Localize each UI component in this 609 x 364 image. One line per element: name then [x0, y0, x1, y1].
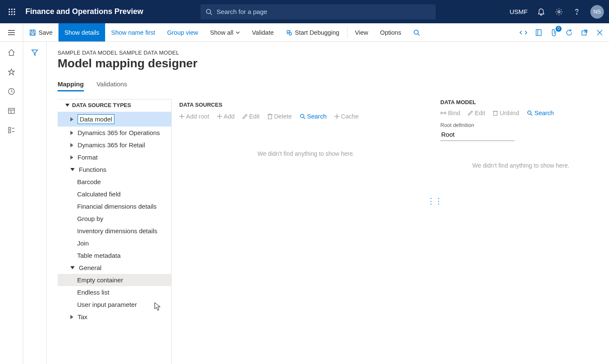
tree-label: Group by	[77, 215, 103, 222]
tab-mapping[interactable]: Mapping	[58, 80, 84, 91]
svg-point-20	[289, 33, 292, 35]
office-icon[interactable]	[534, 28, 543, 37]
close-icon[interactable]	[595, 28, 604, 37]
hamburger-icon[interactable]	[0, 23, 23, 41]
start-debugging-button[interactable]: Start Debugging	[280, 23, 345, 41]
find-button[interactable]	[407, 23, 426, 41]
tree-item-join[interactable]: Join	[58, 237, 171, 249]
root-definition-label: Root definition	[440, 122, 601, 128]
cache-button[interactable]: Cache	[334, 113, 359, 120]
svg-point-0	[8, 8, 10, 10]
svg-rect-33	[8, 131, 11, 133]
show-name-first-button[interactable]: Show name first	[105, 23, 161, 41]
data-sources-empty: We didn't find anything to show here.	[179, 150, 433, 157]
delete-button[interactable]: Delete	[267, 113, 292, 120]
tree-label: Endless list	[77, 289, 109, 296]
validate-button[interactable]: Validate	[246, 23, 279, 41]
waffle-icon[interactable]	[5, 5, 19, 19]
collapse-icon	[70, 266, 75, 269]
edit-button[interactable]: Edit	[468, 110, 485, 116]
show-details-button[interactable]: Show details	[58, 23, 105, 41]
svg-rect-40	[268, 115, 272, 119]
avatar[interactable]: NS	[590, 5, 604, 19]
tree-item-calc-field[interactable]: Calculated field	[58, 188, 171, 200]
search-label: Search	[307, 113, 327, 120]
tree-item-data-model[interactable]: Data model	[58, 112, 171, 127]
refresh-icon[interactable]	[565, 28, 573, 37]
tree-item-fin-dim[interactable]: Financial dimensions details	[58, 200, 171, 212]
save-button[interactable]: Save	[23, 23, 58, 41]
show-all-label: Show all	[210, 29, 234, 36]
save-icon	[29, 29, 36, 36]
tree-item-group-by[interactable]: Group by	[58, 212, 171, 225]
bell-icon[interactable]	[537, 8, 545, 16]
svg-point-21	[414, 30, 418, 34]
page-title: Model mapping designer	[58, 57, 609, 70]
tabs: Mapping Validations	[58, 80, 609, 91]
search-button[interactable]: Search	[300, 113, 327, 120]
home-icon[interactable]	[7, 48, 16, 57]
svg-rect-23	[536, 30, 541, 36]
recent-icon[interactable]	[7, 87, 16, 96]
link-icon[interactable]	[519, 28, 528, 37]
tree-label: Dynamics 365 for Retail	[78, 141, 145, 149]
tree-item-endless-list[interactable]: Endless list	[58, 286, 171, 298]
dm-search-button[interactable]: Search	[527, 110, 554, 116]
ds-types-header[interactable]: DATA SOURCE TYPES	[58, 99, 171, 112]
edit-button[interactable]: Edit	[242, 113, 260, 120]
company-code[interactable]: USMF	[510, 8, 528, 15]
tree-item-empty-container[interactable]: Empty container	[58, 274, 171, 286]
search-icon	[206, 8, 212, 15]
bind-button[interactable]: Bind	[440, 110, 460, 116]
modules-icon[interactable]	[7, 126, 16, 135]
gear-icon[interactable]	[555, 8, 563, 16]
show-all-dropdown[interactable]: Show all	[204, 23, 246, 41]
unbind-button[interactable]: Unbind	[493, 110, 519, 116]
svg-rect-17	[31, 30, 34, 32]
svg-rect-47	[494, 111, 497, 116]
edit-label: Edit	[249, 113, 260, 120]
filter-icon[interactable]	[30, 48, 39, 57]
svg-rect-18	[31, 33, 34, 35]
edit-label: Edit	[475, 110, 485, 116]
tree-item-d365-retail[interactable]: Dynamics 365 for Retail	[58, 139, 171, 151]
add-button[interactable]: Add	[217, 113, 235, 120]
debug-icon	[286, 29, 292, 36]
tree-item-barcode[interactable]: Barcode	[58, 176, 171, 188]
tree-label: Dynamics 365 for Operations	[78, 129, 160, 136]
svg-line-10	[210, 13, 212, 15]
tree-item-inv-dim[interactable]: Inventory dimensions details	[58, 225, 171, 237]
data-sources-title: DATA SOURCES	[179, 99, 433, 108]
tree-item-tax[interactable]: Tax	[58, 311, 171, 323]
view-button[interactable]: View	[349, 23, 374, 41]
tree-item-d365-ops[interactable]: Dynamics 365 for Operations	[58, 127, 171, 139]
add-root-button[interactable]: Add root	[179, 113, 209, 120]
popout-icon[interactable]	[580, 28, 589, 37]
svg-point-6	[8, 14, 10, 15]
star-icon[interactable]	[7, 67, 16, 77]
svg-point-1	[11, 8, 12, 10]
tab-validations[interactable]: Validations	[97, 80, 127, 91]
tree-item-general[interactable]: General	[58, 262, 171, 274]
delete-label: Delete	[274, 113, 292, 120]
collapse-icon	[65, 104, 70, 107]
attachments-icon[interactable]: 0	[550, 28, 558, 37]
add-root-label: Add root	[186, 113, 209, 120]
tree-label: Table metadata	[77, 252, 121, 259]
global-search-input[interactable]	[217, 8, 431, 15]
svg-point-8	[14, 14, 15, 15]
tree-item-format[interactable]: Format	[58, 151, 171, 163]
separator	[347, 27, 348, 38]
svg-point-7	[11, 14, 12, 15]
tree-item-functions[interactable]: Functions	[58, 163, 171, 176]
splitter-handle[interactable]: ⋮⋮	[427, 196, 442, 206]
help-icon[interactable]	[573, 8, 581, 16]
expand-icon	[70, 315, 73, 319]
root-definition-input[interactable]	[440, 128, 514, 141]
workspaces-icon[interactable]	[7, 106, 16, 116]
group-view-button[interactable]: Group view	[161, 23, 204, 41]
global-search[interactable]	[200, 4, 436, 19]
options-button[interactable]: Options	[374, 23, 407, 41]
tree-item-table-meta[interactable]: Table metadata	[58, 249, 171, 262]
bind-label: Bind	[448, 110, 460, 116]
